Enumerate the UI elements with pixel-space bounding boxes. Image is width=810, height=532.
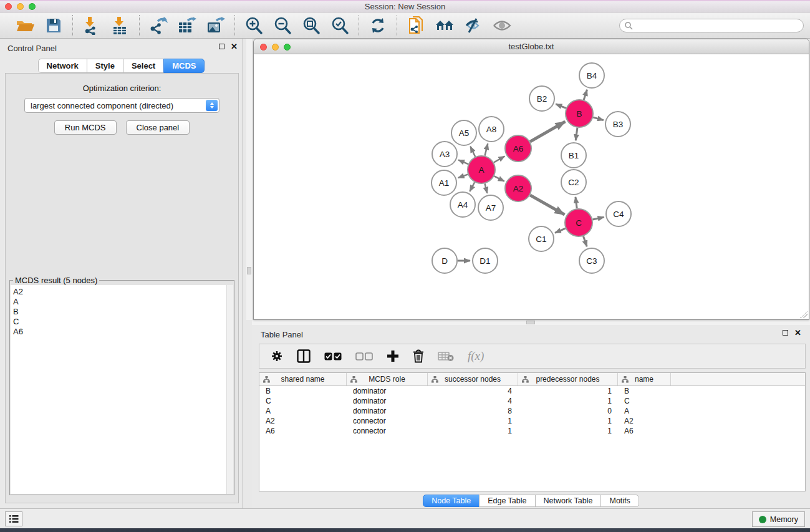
new-network-icon[interactable] bbox=[405, 15, 427, 36]
run-mcds-button[interactable]: Run MCDS bbox=[54, 120, 117, 135]
table-header-row[interactable]: shared nameMCDS rolesuccessor nodesprede… bbox=[259, 373, 805, 386]
graph-edge-A2-C[interactable] bbox=[530, 195, 564, 215]
refresh-icon[interactable] bbox=[367, 15, 389, 36]
mcds-result-item[interactable]: B bbox=[13, 307, 226, 317]
graph-edge-C-C2[interactable] bbox=[576, 197, 577, 208]
mcds-result-item[interactable]: A6 bbox=[13, 327, 226, 337]
graph-edge-A-A7[interactable] bbox=[485, 183, 487, 193]
export-table-icon[interactable] bbox=[176, 15, 198, 36]
graph-edge-A6-B[interactable] bbox=[530, 122, 565, 142]
graph-node-A3[interactable]: A3 bbox=[432, 142, 457, 167]
table-cell[interactable]: dominator bbox=[347, 407, 428, 415]
graph-edge-B-B2[interactable] bbox=[556, 104, 566, 109]
table-cell[interactable]: A6 bbox=[259, 427, 347, 435]
table-tab-motifs[interactable]: Motifs bbox=[600, 495, 639, 507]
network-canvas[interactable]: B4B2BB3A5A8A6A3B1AA1C2A2A4A7CC4C1C3DD1 bbox=[254, 55, 808, 319]
table-cell[interactable]: connector bbox=[347, 417, 428, 425]
settings-gear-icon[interactable] bbox=[271, 350, 283, 362]
graph-node-A[interactable]: A bbox=[468, 156, 495, 183]
mcds-result-item[interactable]: C bbox=[13, 317, 226, 327]
graph-node-C2[interactable]: C2 bbox=[561, 170, 586, 195]
table-cell[interactable]: 1 bbox=[428, 417, 518, 425]
tab-select[interactable]: Select bbox=[123, 59, 164, 73]
graph-edge-B-B4[interactable] bbox=[584, 90, 587, 100]
add-column-icon[interactable] bbox=[387, 350, 399, 362]
network-graph[interactable]: B4B2BB3A5A8A6A3B1AA1C2A2A4A7CC4C1C3DD1 bbox=[254, 55, 808, 319]
zoom-selected-icon[interactable] bbox=[329, 15, 351, 36]
column-header-successor-nodes[interactable]: successor nodes bbox=[428, 373, 518, 385]
show-graphics-eye-icon[interactable] bbox=[491, 15, 513, 36]
graph-node-B4[interactable]: B4 bbox=[579, 63, 604, 88]
delete-table-icon[interactable] bbox=[438, 351, 454, 362]
graph-edge-A-A6[interactable] bbox=[494, 156, 504, 162]
graph-node-D1[interactable]: D1 bbox=[473, 248, 498, 273]
table-cell[interactable]: A bbox=[618, 407, 671, 415]
home-layout-icon[interactable] bbox=[433, 15, 456, 36]
graph-node-C[interactable]: C bbox=[565, 209, 592, 236]
node-table[interactable]: shared nameMCDS rolesuccessor nodesprede… bbox=[259, 372, 806, 491]
mcds-result-item[interactable]: A bbox=[13, 297, 226, 307]
graph-edge-A-A8[interactable] bbox=[485, 143, 488, 155]
graph-edge-C-C1[interactable] bbox=[555, 228, 566, 233]
graph-edge-C-C4[interactable] bbox=[592, 217, 604, 220]
graph-edge-B-B3[interactable] bbox=[593, 117, 604, 120]
graph-node-A7[interactable]: A7 bbox=[478, 195, 503, 220]
function-builder-icon[interactable]: f(x) bbox=[468, 349, 484, 363]
table-row[interactable]: Cdominator41C bbox=[259, 396, 805, 406]
graph-edge-A-A5[interactable] bbox=[470, 147, 475, 157]
memory-button[interactable]: Memory bbox=[752, 511, 805, 527]
export-image-icon[interactable] bbox=[205, 15, 227, 36]
table-tab-network-table[interactable]: Network Table bbox=[535, 495, 602, 507]
zoom-in-icon[interactable] bbox=[243, 15, 265, 36]
table-cell[interactable]: 1 bbox=[518, 417, 618, 425]
import-network-icon[interactable] bbox=[80, 15, 103, 36]
table-row[interactable]: Adominator80A bbox=[259, 406, 805, 416]
graph-node-B3[interactable]: B3 bbox=[605, 112, 630, 137]
graph-node-A8[interactable]: A8 bbox=[479, 117, 504, 142]
float-panel-icon[interactable] bbox=[219, 44, 224, 49]
task-history-button[interactable] bbox=[5, 511, 22, 526]
table-cell[interactable]: 8 bbox=[428, 407, 518, 415]
table-cell[interactable]: dominator bbox=[347, 387, 428, 395]
optimization-criterion-select[interactable]: largest connected component (directed) bbox=[24, 98, 219, 113]
float-table-panel-icon[interactable] bbox=[783, 330, 788, 336]
table-cell[interactable]: A6 bbox=[618, 427, 671, 435]
table-row[interactable]: A2connector11A2 bbox=[259, 416, 805, 426]
show-column-icon[interactable] bbox=[297, 349, 311, 363]
mcds-result-list[interactable]: A2ABCA6 bbox=[11, 285, 226, 494]
table-row[interactable]: Bdominator41B bbox=[259, 386, 805, 396]
table-cell[interactable]: dominator bbox=[347, 397, 428, 405]
table-cell[interactable]: C bbox=[618, 397, 671, 405]
table-cell[interactable]: B bbox=[259, 387, 347, 395]
table-cell[interactable]: 1 bbox=[518, 387, 618, 395]
column-header-filler[interactable] bbox=[671, 373, 805, 385]
table-cell[interactable]: 0 bbox=[518, 407, 618, 415]
export-network-icon[interactable] bbox=[147, 15, 170, 36]
graph-node-A4[interactable]: A4 bbox=[450, 192, 475, 217]
unselect-all-checkboxes-icon[interactable] bbox=[355, 352, 373, 360]
tab-mcds[interactable]: MCDS bbox=[163, 59, 205, 73]
graph-node-C3[interactable]: C3 bbox=[579, 248, 604, 273]
table-cell[interactable]: 1 bbox=[428, 427, 518, 435]
graph-node-A5[interactable]: A5 bbox=[451, 120, 476, 145]
table-cell[interactable]: 4 bbox=[428, 387, 518, 395]
close-table-panel-icon[interactable]: ✕ bbox=[794, 330, 801, 336]
graph-edge-B-B1[interactable] bbox=[576, 128, 577, 140]
graph-edge-A-A2[interactable] bbox=[494, 176, 504, 181]
save-session-icon[interactable] bbox=[42, 15, 65, 36]
table-cell[interactable]: B bbox=[618, 387, 671, 395]
table-cell[interactable]: A bbox=[259, 407, 347, 415]
table-row[interactable]: A6connector11A6 bbox=[259, 426, 805, 436]
table-tab-node-table[interactable]: Node Table bbox=[423, 495, 480, 507]
graph-node-D[interactable]: D bbox=[432, 248, 457, 273]
select-all-checkboxes-icon[interactable] bbox=[324, 352, 342, 360]
zoom-out-icon[interactable] bbox=[271, 15, 294, 36]
graph-node-A6[interactable]: A6 bbox=[505, 135, 531, 162]
table-cell[interactable]: C bbox=[259, 397, 347, 405]
graph-node-A2[interactable]: A2 bbox=[505, 175, 531, 201]
column-header-name[interactable]: name bbox=[618, 373, 671, 385]
mcds-result-item[interactable]: A2 bbox=[13, 287, 226, 297]
table-tab-edge-table[interactable]: Edge Table bbox=[479, 495, 535, 507]
column-header-shared-name[interactable]: shared name bbox=[259, 373, 347, 385]
table-cell[interactable]: A2 bbox=[618, 417, 671, 425]
